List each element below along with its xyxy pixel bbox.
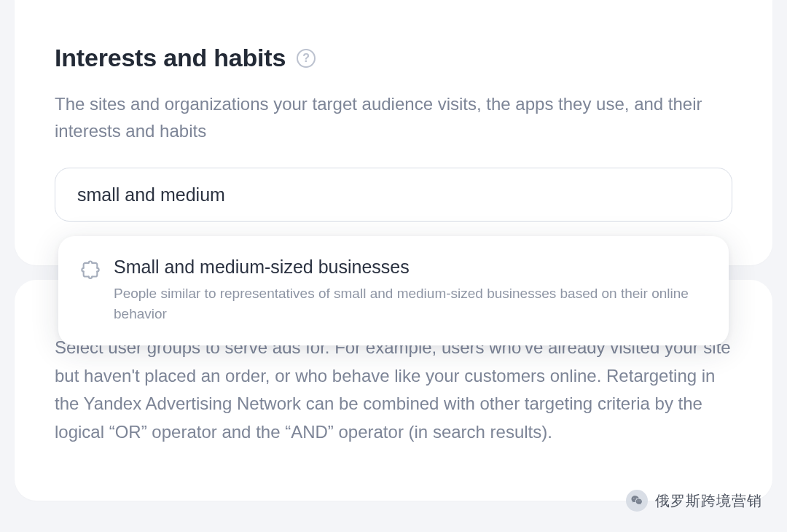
interests-search-input[interactable]	[55, 168, 732, 222]
puzzle-icon	[80, 259, 101, 282]
interests-header: Interests and habits ?	[55, 44, 732, 72]
watermark: 俄罗斯跨境营销	[626, 490, 762, 512]
interests-input-wrap	[55, 168, 732, 222]
retargeting-description: Select user groups to serve ads for. For…	[55, 334, 732, 446]
interests-title: Interests and habits	[55, 44, 286, 72]
suggestion-description: People similar to representatives of sma…	[114, 283, 707, 324]
wechat-icon	[626, 490, 648, 512]
suggestion-content: Small and medium-sized businesses People…	[114, 257, 707, 324]
suggestion-item[interactable]: Small and medium-sized businesses People…	[80, 257, 707, 324]
suggestions-dropdown: Small and medium-sized businesses People…	[58, 236, 729, 345]
help-icon[interactable]: ?	[297, 49, 316, 68]
interests-subtitle: The sites and organizations your target …	[55, 90, 732, 144]
interests-card: Interests and habits ? The sites and org…	[15, 0, 772, 265]
watermark-text: 俄罗斯跨境营销	[655, 491, 762, 511]
suggestion-title: Small and medium-sized businesses	[114, 257, 707, 278]
